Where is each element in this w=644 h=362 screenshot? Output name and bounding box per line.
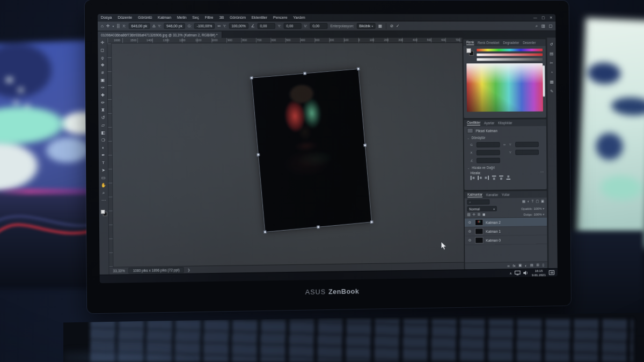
align-right-icon[interactable] bbox=[485, 176, 489, 180]
menu-item[interactable]: Yardım bbox=[293, 15, 305, 20]
y-field[interactable] bbox=[515, 149, 539, 154]
y-input[interactable]: 946,00 pk bbox=[164, 23, 185, 29]
filter-type-icon[interactable]: T bbox=[531, 200, 533, 204]
eyedropper-tool[interactable]: ✑ bbox=[99, 84, 106, 91]
more-options-icon[interactable]: ⋯ bbox=[540, 170, 543, 174]
menu-item[interactable]: Katman bbox=[158, 15, 171, 20]
Katman 1[interactable]: ⊙ Katman 1 bbox=[465, 226, 547, 236]
menu-item[interactable]: Görüntü bbox=[138, 15, 152, 20]
tray-chevron-icon[interactable]: ∧ bbox=[509, 271, 512, 275]
search-icon[interactable]: ⌕ bbox=[536, 23, 538, 28]
dock-notes-icon[interactable]: ✎ bbox=[550, 89, 553, 94]
blend-mode-select[interactable]: Normal ▾ bbox=[467, 206, 496, 211]
tab-kitapliklar[interactable]: Kitaplıklar bbox=[498, 121, 513, 125]
tab-desenler[interactable]: Desenler bbox=[523, 41, 536, 45]
dodge-tool[interactable]: ◐ bbox=[99, 144, 107, 151]
gradient-tool[interactable]: ◧ bbox=[99, 129, 107, 136]
more-tools[interactable]: ⋯ bbox=[100, 197, 107, 204]
brush-tool[interactable]: ✏ bbox=[99, 99, 107, 106]
link-layers-icon[interactable]: ∞ bbox=[507, 264, 510, 268]
layer-thumbnail[interactable] bbox=[475, 228, 483, 234]
hand-tool[interactable]: ✋ bbox=[100, 182, 107, 189]
transform-handle-top-right[interactable] bbox=[357, 68, 360, 70]
healing-brush-tool[interactable]: ✚ bbox=[99, 92, 106, 99]
panel-scrollbar[interactable] bbox=[543, 65, 545, 97]
zoom-tool[interactable]: ⌕ bbox=[100, 189, 107, 196]
dock-scissors-icon[interactable]: ✂ bbox=[550, 61, 553, 65]
Katman 2[interactable]: ⊙ Katman 2 bbox=[465, 218, 547, 227]
align-center-v-icon[interactable] bbox=[499, 175, 503, 180]
layer-mask-icon[interactable]: ▣ bbox=[518, 263, 522, 268]
link-icon[interactable]: ∞ bbox=[501, 143, 508, 146]
link-dimensions-icon[interactable]: ∞ bbox=[217, 24, 221, 28]
menu-item[interactable]: 3B bbox=[219, 15, 224, 20]
align-center-h-icon[interactable] bbox=[478, 176, 482, 180]
foreground-background-swatch[interactable] bbox=[466, 48, 473, 56]
marquee-tool[interactable]: ◻ bbox=[99, 47, 106, 54]
tab-degradeler[interactable]: Degradeler bbox=[503, 41, 519, 45]
delta-toggle-icon[interactable]: Δ bbox=[152, 24, 155, 28]
home-icon[interactable]: ⌂ bbox=[101, 24, 104, 28]
taskbar-clock[interactable]: 16:15 9.01.2021 bbox=[532, 269, 546, 276]
layer-thumbnail[interactable] bbox=[475, 237, 483, 243]
transform-handle-top-left[interactable] bbox=[250, 77, 253, 79]
menu-item[interactable]: Eklentiler bbox=[252, 15, 267, 20]
red-slider[interactable] bbox=[477, 53, 543, 56]
eye-icon[interactable]: ⊙ bbox=[467, 230, 473, 234]
foreground-color[interactable] bbox=[466, 48, 471, 53]
status-options-arrow[interactable]: ❯ bbox=[187, 268, 190, 272]
eye-icon[interactable]: ⊙ bbox=[467, 238, 473, 242]
lock-position-icon[interactable]: ✛ bbox=[472, 212, 475, 217]
h-field[interactable] bbox=[515, 142, 539, 147]
speaker-icon[interactable] bbox=[524, 270, 529, 275]
filter-adjustment-icon[interactable]: ◐ bbox=[528, 200, 530, 204]
menu-item[interactable]: Filtre bbox=[205, 15, 214, 20]
layer-thumbnail[interactable] bbox=[475, 219, 483, 226]
dock-pattern-icon[interactable]: ▦ bbox=[550, 79, 554, 84]
layer-group-icon[interactable]: ▤ bbox=[530, 263, 533, 268]
lock-transparency-icon[interactable]: ▨ bbox=[467, 212, 470, 217]
delete-layer-icon[interactable]: ▯ bbox=[542, 263, 544, 267]
type-tool[interactable]: T bbox=[99, 159, 107, 166]
opacity-control[interactable]: Opaklık: 100% ▾ bbox=[521, 206, 544, 210]
menu-item[interactable]: Düzenle bbox=[118, 15, 132, 20]
shape-tool[interactable]: ▭ bbox=[100, 174, 107, 181]
zoom-level[interactable]: 33,33% bbox=[113, 269, 125, 272]
pen-tool[interactable]: ✒ bbox=[99, 152, 107, 159]
crop-tool[interactable]: # bbox=[99, 69, 106, 76]
vskew-input[interactable]: 0,00 bbox=[310, 23, 327, 29]
transform-handle-middle-left[interactable] bbox=[257, 153, 260, 156]
align-bottom-icon[interactable] bbox=[506, 175, 510, 180]
move-tool[interactable]: ✛ bbox=[99, 39, 106, 46]
dock-history-icon[interactable]: ↺ bbox=[550, 42, 553, 47]
document-tab[interactable]: 010964036ba86f736b936af471326906.jpg @ 3… bbox=[98, 32, 222, 38]
hue-slider[interactable] bbox=[477, 49, 543, 51]
canvas[interactable] bbox=[107, 43, 464, 267]
menu-item[interactable]: Metin bbox=[177, 15, 187, 20]
w-field[interactable] bbox=[477, 142, 500, 147]
frame-tool[interactable]: ▣ bbox=[99, 77, 106, 84]
transform-handle-middle-right[interactable] bbox=[363, 144, 366, 146]
layer-search-input[interactable]: ⌕ bbox=[467, 200, 489, 205]
cancel-transform-icon[interactable]: ⊘ bbox=[390, 24, 394, 28]
color-picker-gradient[interactable] bbox=[466, 63, 543, 112]
tab-yollar[interactable]: Yollar bbox=[502, 193, 510, 196]
menu-item[interactable]: Dosya bbox=[101, 15, 112, 20]
align-left-icon[interactable] bbox=[471, 176, 475, 180]
object-selection-tool[interactable]: ❖ bbox=[99, 62, 106, 69]
tab-renk[interactable]: Renk bbox=[466, 40, 474, 45]
tab-kanallar[interactable]: Kanallar bbox=[486, 193, 498, 197]
width-input[interactable]: -100,00% bbox=[194, 23, 215, 29]
menu-item[interactable]: Görünüm bbox=[230, 15, 246, 20]
reference-point-icon[interactable]: ⣿ bbox=[116, 24, 120, 28]
tab-renk-ornekleri[interactable]: Renk Örnekleri bbox=[478, 41, 500, 45]
foreground-swatch[interactable] bbox=[101, 210, 105, 214]
notification-center-icon[interactable] bbox=[549, 270, 554, 275]
layer-effects-icon[interactable]: fx bbox=[513, 264, 515, 268]
maximize-button[interactable]: ▢ bbox=[541, 16, 545, 20]
lock-all-icon[interactable]: ◼ bbox=[482, 212, 485, 217]
toolbar-color-swatches[interactable] bbox=[101, 209, 107, 216]
history-brush-tool[interactable]: ↺ bbox=[99, 114, 107, 121]
height-input[interactable]: 100,00% bbox=[229, 23, 248, 29]
hskew-input[interactable]: 0,00 bbox=[284, 23, 302, 29]
